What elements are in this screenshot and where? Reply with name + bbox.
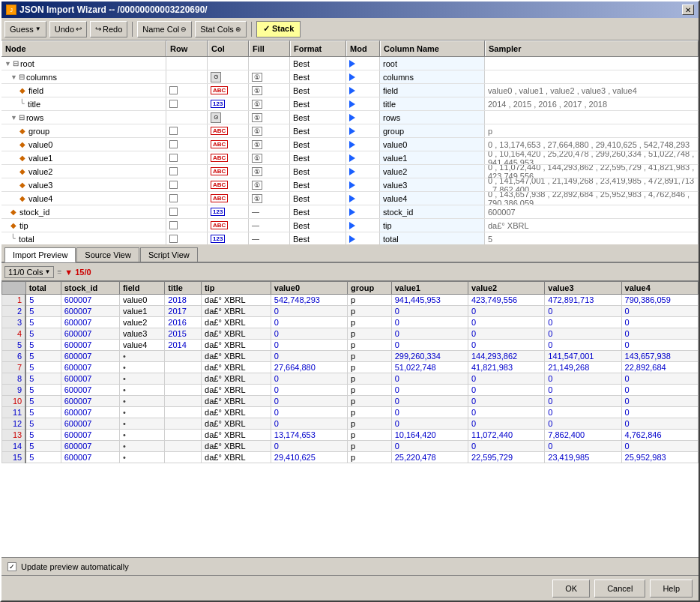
table-row: 135600007•da£° XBRL13,174,653p10,164,420… — [2, 430, 699, 441]
cell-value4: 0 — [621, 340, 698, 351]
row-cell — [166, 232, 208, 244]
cell-title — [165, 441, 202, 452]
cell-value2: 423,749,556 — [468, 295, 544, 306]
fill-cell — [249, 57, 290, 70]
row-checkbox[interactable] — [169, 221, 178, 229]
close-button[interactable]: ✕ — [682, 4, 694, 15]
node-cell[interactable]: ╰ total — [1, 232, 166, 244]
app-icon: J — [6, 4, 16, 15]
row-checkbox[interactable] — [169, 235, 178, 243]
expand-icon[interactable]: ▼ — [10, 73, 17, 81]
row-checkbox[interactable] — [169, 167, 178, 175]
redo-button[interactable]: ↪ Redo — [90, 21, 127, 37]
cell-group: p — [348, 351, 392, 362]
cell-total: 5 — [25, 452, 61, 463]
ok-button[interactable]: OK — [552, 580, 590, 598]
auto-preview-label: Update preview automatically — [21, 562, 129, 571]
diamond-icon: ◆ — [19, 194, 25, 202]
expand-icon[interactable]: ▼ — [10, 114, 17, 121]
cell-tip: da£° XBRL — [202, 306, 271, 317]
cell-value2: 0 — [468, 385, 544, 396]
expand-icon[interactable]: ▼ — [4, 60, 11, 67]
auto-preview-checkbox[interactable]: ✓ — [7, 562, 16, 571]
cell-group: p — [348, 418, 392, 430]
sampler-cell: 0 , 143,657,938 , 22,892,684 , 25,952,98… — [485, 192, 699, 205]
row-number: 4 — [2, 328, 26, 340]
cell-stock_id: 600007 — [61, 418, 119, 430]
table-row: 45600007value32015da£° XBRL0p0000 — [2, 328, 699, 340]
col-header-rownum — [2, 282, 26, 295]
node-cell[interactable]: ◆ field — [1, 84, 166, 97]
mod-triangle — [349, 73, 355, 81]
fill-cell: ① — [249, 84, 290, 97]
cell-stock_id: 600007 — [61, 306, 119, 317]
cell-title — [165, 351, 202, 362]
cell-field: • — [119, 351, 164, 362]
stack-button[interactable]: ✓ Stack — [256, 21, 301, 37]
preview-table-wrapper[interactable]: total stock_id field title tip value0 gr… — [1, 281, 699, 557]
guess-button[interactable]: Guess ▼ — [4, 21, 46, 37]
cell-value1: 0 — [391, 441, 468, 452]
tab-import-preview[interactable]: Import Preview — [4, 247, 76, 262]
cell-value0: 0 — [271, 328, 347, 340]
node-cell[interactable]: ◆ value4 — [1, 192, 166, 205]
row-checkbox[interactable] — [169, 86, 178, 94]
column-name-cell: value0 — [380, 138, 485, 151]
stat-cols-label: Stat Cols — [200, 25, 234, 34]
tab-source-view[interactable]: Source View — [76, 247, 139, 262]
cell-value1: 51,022,748 — [391, 362, 468, 373]
sampler-cell: 5 — [485, 232, 699, 244]
diamond-icon: ◆ — [19, 167, 25, 175]
node-cell[interactable]: ▼ ⊟ root — [1, 57, 166, 70]
col-header-field: field — [119, 282, 164, 295]
cell-group: p — [348, 306, 392, 317]
node-cell[interactable]: ◆ stock_id — [1, 205, 166, 218]
node-cell[interactable]: ◆ group — [1, 124, 166, 137]
cell-total: 5 — [25, 385, 61, 396]
name-col-button[interactable]: Name Col ⊖ — [137, 21, 192, 37]
cell-value4: 0 — [621, 385, 698, 396]
row-cell — [166, 192, 208, 205]
col-cell: 123 — [208, 97, 249, 110]
cell-value0: 13,174,653 — [271, 430, 347, 441]
col-header-value1: value1 — [391, 282, 468, 295]
guess-dropdown-icon[interactable]: ▼ — [35, 25, 41, 32]
row-checkbox[interactable] — [169, 181, 178, 189]
node-cell[interactable]: ◆ value1 — [1, 151, 166, 164]
node-cell[interactable]: ◆ value3 — [1, 178, 166, 191]
cols-dropdown-icon[interactable]: ▼ — [44, 268, 50, 275]
mod-triangle — [349, 100, 355, 108]
row-checkbox[interactable] — [169, 127, 178, 135]
cell-tip: da£° XBRL — [202, 373, 271, 385]
tab-script-view[interactable]: Script View — [140, 247, 198, 262]
row-checkbox[interactable] — [169, 154, 178, 162]
help-button[interactable]: Help — [650, 580, 693, 598]
node-cell[interactable]: ╰ title — [1, 97, 166, 110]
key-icon: ╰ — [19, 99, 25, 109]
row-checkbox[interactable] — [169, 100, 178, 108]
stat-cols-button[interactable]: Stat Cols ⊕ — [195, 21, 247, 37]
node-cell[interactable]: ◆ tip — [1, 219, 166, 232]
node-cell[interactable]: ▼ ⊟ columns — [1, 70, 166, 83]
cell-title — [165, 430, 202, 441]
column-name-cell: group — [380, 124, 485, 137]
row-checkbox[interactable] — [169, 140, 178, 148]
row-checkbox[interactable] — [169, 208, 178, 216]
col-header-format: Format — [290, 40, 346, 56]
cancel-button[interactable]: Cancel — [594, 580, 645, 598]
sampler-cell — [485, 111, 699, 124]
undo-button[interactable]: Undo ↩ — [49, 21, 87, 37]
cell-field: value4 — [119, 340, 164, 351]
node-cell[interactable]: ▼ ⊟ rows — [1, 111, 166, 124]
cell-value1: 25,220,478 — [391, 452, 468, 463]
row-number: 3 — [2, 317, 26, 328]
mod-triangle — [349, 87, 355, 94]
cell-value1: 0 — [391, 418, 468, 430]
cell-group: p — [348, 407, 392, 418]
cols-badge[interactable]: 11/0 Cols ▼ — [4, 266, 54, 278]
mod-triangle — [349, 114, 355, 121]
num-badge: 123 — [211, 235, 225, 243]
row-checkbox[interactable] — [169, 194, 178, 202]
node-cell[interactable]: ◆ value0 — [1, 138, 166, 151]
node-cell[interactable]: ◆ value2 — [1, 165, 166, 178]
